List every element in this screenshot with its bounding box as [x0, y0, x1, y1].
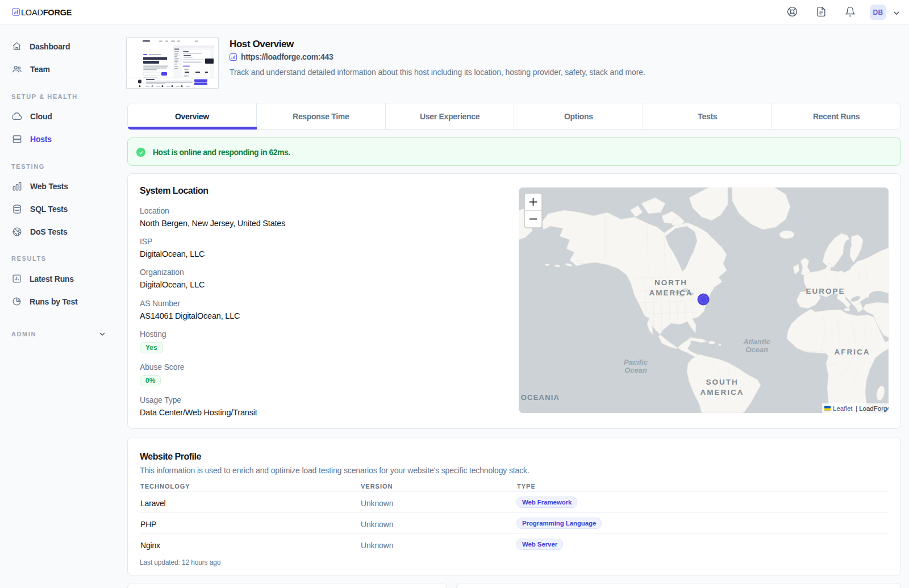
svg-text:Atlantic: Atlantic	[743, 337, 770, 346]
svg-text:AFRICA: AFRICA	[835, 348, 870, 356]
svg-text:EUROPE: EUROPE	[806, 287, 845, 295]
svg-text:Leaflet: Leaflet	[833, 405, 853, 412]
svg-text:Ocean: Ocean	[745, 345, 768, 354]
svg-text:SOUTH: SOUTH	[706, 378, 738, 386]
svg-text:OCEANIA: OCEANIA	[521, 393, 560, 402]
svg-text:Ocean: Ocean	[624, 366, 647, 374]
svg-text:AMERICA: AMERICA	[700, 388, 744, 397]
svg-text:Pacific: Pacific	[624, 358, 648, 366]
svg-text:| LoadForge: | LoadForge	[856, 405, 889, 412]
svg-text:NORTH: NORTH	[654, 278, 687, 287]
svg-text:AMERICA: AMERICA	[649, 289, 693, 297]
